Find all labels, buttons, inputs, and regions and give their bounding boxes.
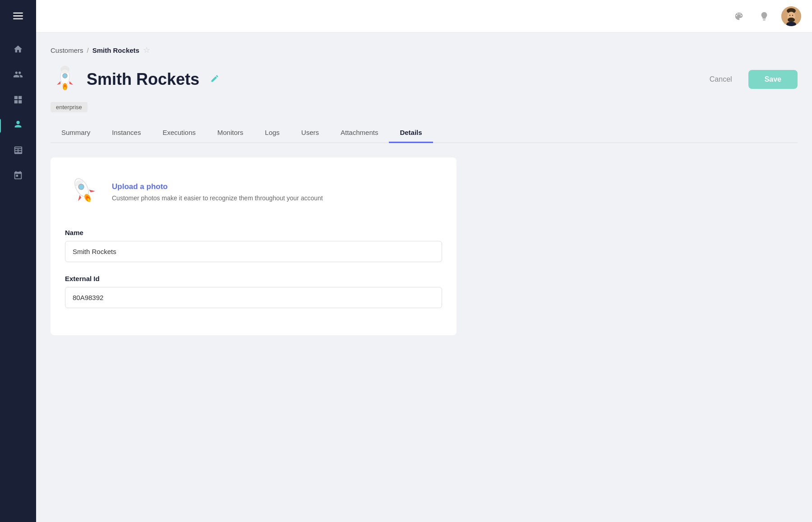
tab-executions[interactable]: Executions: [152, 123, 206, 143]
palette-icon[interactable]: [731, 8, 747, 24]
sidebar: [0, 0, 36, 522]
svg-rect-1: [13, 15, 23, 16]
tab-logs[interactable]: Logs: [254, 123, 291, 143]
topbar-icons: [731, 6, 801, 26]
page-title: Smith Rockets: [87, 70, 199, 89]
content: Customers / Smith Rockets ☆: [36, 32, 812, 522]
page-header-actions: Cancel Save: [701, 70, 798, 89]
tab-monitors[interactable]: Monitors: [207, 123, 254, 143]
page-title-area: Smith Rockets: [51, 64, 219, 95]
svg-point-12: [63, 74, 67, 78]
sidebar-item-customers[interactable]: [6, 65, 30, 86]
calendar-icon: [13, 171, 23, 182]
cancel-button[interactable]: Cancel: [701, 71, 741, 88]
details-card: Upload a photo Customer photos make it e…: [51, 157, 457, 335]
upload-text-area: Upload a photo Customer photos make it e…: [112, 182, 323, 202]
dashboard-icon: [13, 95, 23, 106]
svg-point-7: [789, 14, 790, 15]
enterprise-badge: enterprise: [51, 102, 88, 112]
tab-attachments[interactable]: Attachments: [330, 123, 389, 143]
avatar[interactable]: [781, 6, 801, 26]
sidebar-item-dashboard[interactable]: [6, 90, 30, 111]
menu-icon[interactable]: [9, 7, 27, 27]
svg-rect-2: [13, 18, 23, 19]
name-input[interactable]: [65, 241, 442, 262]
name-form-group: Name: [65, 229, 442, 262]
breadcrumb-parent[interactable]: Customers: [51, 46, 83, 54]
sidebar-item-calendar[interactable]: [6, 166, 30, 187]
tab-instances[interactable]: Instances: [101, 123, 152, 143]
svg-point-6: [788, 18, 795, 22]
customers-icon: [13, 69, 23, 81]
name-label: Name: [65, 229, 442, 236]
breadcrumb-current: Smith Rockets: [92, 46, 139, 54]
main-area: Customers / Smith Rockets ☆: [36, 0, 812, 522]
svg-rect-0: [13, 13, 23, 14]
sidebar-item-home[interactable]: [6, 39, 30, 61]
star-icon[interactable]: ☆: [143, 45, 150, 55]
home-icon: [13, 44, 23, 56]
external-id-form-group: External Id: [65, 275, 442, 308]
page-header: Smith Rockets Cancel Save: [51, 64, 798, 95]
save-button[interactable]: Save: [748, 70, 798, 89]
svg-point-15: [64, 87, 66, 90]
topbar: [36, 0, 812, 32]
tab-summary[interactable]: Summary: [51, 123, 101, 143]
edit-title-icon[interactable]: [210, 74, 219, 85]
upload-photo-link[interactable]: Upload a photo: [112, 182, 323, 191]
breadcrumb: Customers / Smith Rockets ☆: [51, 45, 798, 55]
customer-logo: [51, 64, 79, 95]
sidebar-item-table[interactable]: [6, 140, 30, 162]
bulb-icon[interactable]: [756, 8, 772, 24]
sidebar-item-people[interactable]: [6, 115, 30, 137]
external-id-input[interactable]: [65, 287, 442, 308]
upload-description: Customer photos make it easier to recogn…: [112, 194, 323, 202]
table-icon: [13, 145, 23, 157]
tab-users[interactable]: Users: [291, 123, 330, 143]
tab-details[interactable]: Details: [389, 123, 433, 143]
upload-section: Upload a photo Customer photos make it e…: [65, 172, 442, 212]
people-icon: [13, 120, 23, 132]
svg-point-8: [792, 14, 793, 15]
upload-rocket-icon: [65, 172, 101, 212]
external-id-label: External Id: [65, 275, 442, 282]
tabs: Summary Instances Executions Monitors Lo…: [51, 123, 798, 143]
breadcrumb-separator: /: [87, 46, 89, 54]
